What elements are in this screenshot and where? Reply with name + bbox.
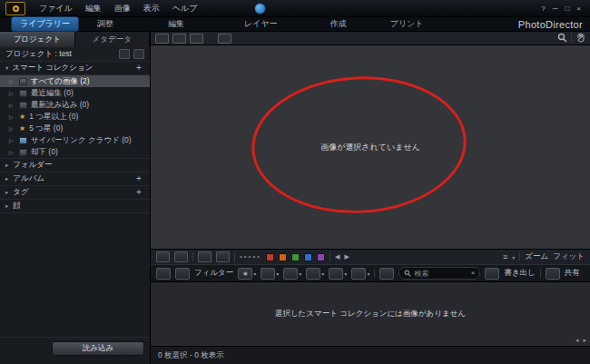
collection-five-star[interactable]: ▷ ★ 5 つ星 (0) <box>0 123 150 134</box>
collection-cyberlink-cloud[interactable]: ▷ サイバーリンク クラウド (0) <box>0 134 150 146</box>
slideshow-icon[interactable] <box>216 251 230 262</box>
expander-icon[interactable]: ▷ <box>9 137 15 143</box>
collection-one-star-up[interactable]: ▷ ★ 1 つ星以上 (0) <box>0 111 150 123</box>
list-view-icon[interactable] <box>175 268 190 280</box>
collection-all-photos[interactable]: ▷ すべての画像 (2) <box>0 75 150 87</box>
menu-view[interactable]: 表示 <box>137 1 166 16</box>
expander-icon[interactable]: ▷ <box>9 113 15 120</box>
add-album-button[interactable]: + <box>133 174 144 183</box>
chevron-down-icon: ▾ <box>253 271 256 277</box>
previous-photo-icon[interactable]: ◀ <box>335 253 339 261</box>
zoom-label[interactable]: ズーム <box>525 251 548 262</box>
menu-edit[interactable]: 編集 <box>79 1 108 16</box>
menu-file[interactable]: ファイル <box>33 1 79 16</box>
section-albums[interactable]: ▸ アルバム + <box>0 172 150 185</box>
main-area: 画像が選択されていません ••••• ◀ <box>151 32 590 364</box>
maximize-icon[interactable]: □ <box>561 4 573 14</box>
sidebar-tab-project[interactable]: プロジェクト <box>0 32 75 47</box>
project-menu-icon[interactable] <box>133 49 144 59</box>
tab-library[interactable]: ライブラリー <box>11 16 79 32</box>
collection-latest-import[interactable]: ▷ 最新読み込み (0) <box>0 99 150 111</box>
menu-help[interactable]: ヘルプ <box>166 1 204 16</box>
next-photo-icon[interactable]: ▶ <box>344 253 349 261</box>
expander-icon[interactable]: ▷ <box>9 90 15 96</box>
color-filter-dropdown[interactable]: ▾ <box>283 268 301 280</box>
filmstrip-view-icon[interactable] <box>172 34 186 44</box>
collection-label: すべての画像 (2) <box>31 76 90 87</box>
hand-tool-icon[interactable] <box>575 30 585 46</box>
export-icon[interactable] <box>485 268 499 280</box>
section-label: フォルダー <box>13 160 52 171</box>
recent-edits-icon <box>19 90 27 97</box>
dual-view-icon[interactable] <box>218 34 231 44</box>
project-row[interactable]: プロジェクト : test <box>0 47 150 62</box>
section-faces[interactable]: ▸ 顔 <box>0 199 150 212</box>
rejected-flag-icon <box>19 149 27 156</box>
fit-label[interactable]: フィット <box>553 251 585 262</box>
pencil-filter-icon <box>306 268 320 280</box>
color-label-dropdown[interactable]: ▾ <box>351 268 369 280</box>
tab-edit[interactable]: 編集 <box>162 17 190 31</box>
label-purple-chip[interactable] <box>317 253 325 261</box>
filter-label: フィルター <box>194 268 233 279</box>
face-tag-icon[interactable] <box>198 251 211 262</box>
zoom-tool-icon[interactable] <box>557 30 567 46</box>
section-label: 顔 <box>13 201 21 212</box>
search-input[interactable] <box>414 270 467 278</box>
share-button[interactable]: 共有 <box>565 268 580 279</box>
search-box[interactable]: × <box>398 267 480 280</box>
share-icon[interactable] <box>546 268 560 280</box>
mode-tab-bar: ライブラリー 調整 編集 レイヤー 作成 プリント PhotoDirector <box>0 17 590 32</box>
display-options-icon[interactable]: ≡ <box>503 252 507 261</box>
photo-view-icon[interactable] <box>155 34 169 44</box>
label-orange-chip[interactable] <box>279 253 287 261</box>
collection-recent-edits[interactable]: ▷ 最近編集 (0) <box>0 87 150 99</box>
tab-layers[interactable]: レイヤー <box>239 17 283 31</box>
smart-collection-header[interactable]: ▾ スマート コレクション + <box>0 62 150 75</box>
tab-adjustment[interactable]: 調整 <box>92 17 119 31</box>
search-clear-icon[interactable]: × <box>471 270 476 277</box>
scroll-right-icon[interactable]: ▸ <box>583 337 586 344</box>
label-blue-chip[interactable] <box>304 253 312 261</box>
collection-label: 最近編集 (0) <box>31 88 74 99</box>
cloud-icon <box>19 137 27 144</box>
selection-status-text: 0 枚選択 - 0 枚表示 <box>158 350 224 361</box>
flag-filter-icon <box>261 268 275 280</box>
expander-icon[interactable]: ▷ <box>9 78 15 84</box>
help-icon[interactable]: ? <box>537 4 548 14</box>
add-smart-collection-button[interactable]: + <box>133 64 144 73</box>
menu-image[interactable]: 画像 <box>108 1 137 16</box>
label-green-chip[interactable] <box>291 253 300 261</box>
section-folders[interactable]: ▸ フォルダー <box>0 158 150 172</box>
thumbnail-view-icon[interactable] <box>156 268 171 280</box>
single-view-icon[interactable] <box>156 251 170 262</box>
export-button[interactable]: 書き出し <box>504 268 535 279</box>
directorzone-icon[interactable] <box>254 3 266 15</box>
photo-browser: 選択したスマート コレクションには画像がありません ◂ ▸ <box>151 282 590 346</box>
label-red-chip[interactable] <box>266 253 274 261</box>
scroll-left-icon[interactable]: ◂ <box>575 337 579 344</box>
add-tag-button[interactable]: + <box>133 188 144 197</box>
expander-icon[interactable]: ▷ <box>9 125 15 132</box>
compare-view-icon[interactable] <box>174 251 188 262</box>
rating-dots-icon[interactable]: ••••• <box>240 252 261 261</box>
flag-filter-dropdown[interactable]: ▾ <box>261 268 279 280</box>
chevron-down-icon: ▾ <box>367 271 369 277</box>
edited-filter-dropdown[interactable]: ▾ <box>306 268 324 280</box>
grid-view-icon[interactable] <box>190 34 203 44</box>
minimize-icon[interactable]: ─ <box>549 4 562 14</box>
close-icon[interactable]: × <box>573 4 585 14</box>
sidebar-tab-metadata[interactable]: メタデータ <box>75 32 151 47</box>
star-filter-dropdown[interactable]: ★ ▾ <box>238 268 256 280</box>
import-button[interactable]: 読み込み <box>52 341 144 356</box>
expander-icon[interactable]: ▷ <box>9 149 15 155</box>
tab-print[interactable]: プリント <box>385 17 429 31</box>
collection-rejected[interactable]: ▷ 却下 (0) <box>0 146 150 158</box>
tab-create[interactable]: 作成 <box>325 17 352 31</box>
photo-viewer: 画像が選択されていません <box>151 45 590 249</box>
expander-icon[interactable]: ▷ <box>9 102 15 108</box>
label-list-dropdown[interactable]: ▾ <box>329 268 347 280</box>
face-icon[interactable] <box>379 268 394 280</box>
section-tags[interactable]: ▸ タグ + <box>0 185 150 199</box>
project-save-icon[interactable] <box>119 49 130 59</box>
